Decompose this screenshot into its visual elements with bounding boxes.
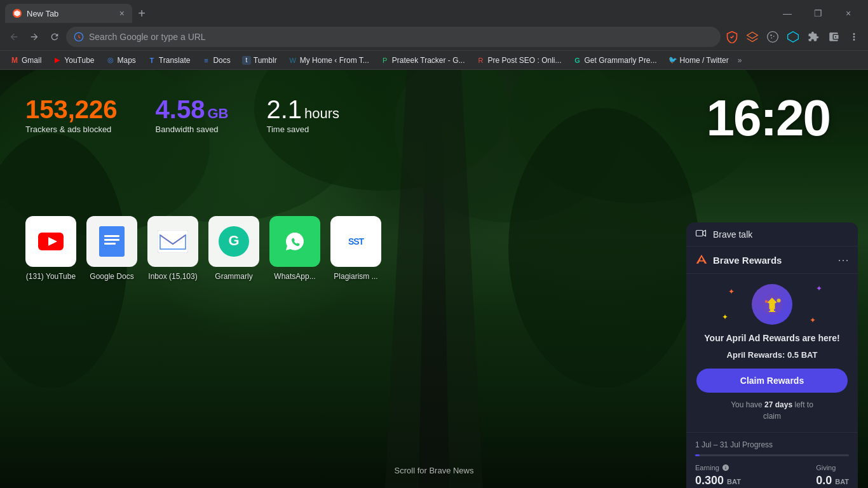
tumblr-icon: t	[242, 56, 251, 65]
bookmark-docs[interactable]: ≡ Docs	[196, 53, 235, 68]
menu-icon	[848, 31, 860, 43]
rewards-menu-button[interactable]: ⋯	[837, 253, 849, 267]
bookmark-grammarly[interactable]: G Get Grammarly Pre...	[568, 53, 662, 68]
youtube-quicklink-label: (131) YouTube	[26, 272, 76, 281]
window-controls: — ❐ ×	[773, 4, 863, 23]
time-value: 2.1 hours	[266, 95, 339, 123]
extensions-button[interactable]	[804, 28, 822, 46]
docs-icon: ≡	[201, 56, 210, 65]
progress-columns: Earning 0.300 BAT Giving 0.0	[695, 464, 849, 487]
bookmarks-bar: M Gmail ▶ YouTube ◎ Maps T Translate ≡ D…	[0, 51, 868, 70]
brave-talk-row[interactable]: Brave talk	[686, 222, 858, 247]
rewards-amount-label: April Rewards:	[727, 350, 787, 360]
svg-rect-18	[104, 235, 119, 237]
quick-link-gmail[interactable]: Inbox (15,103)	[147, 216, 198, 281]
svg-point-5	[771, 37, 773, 38]
bookmark-translate[interactable]: T Translate	[142, 53, 196, 68]
svg-point-3	[770, 34, 772, 36]
giving-column: Giving 0.0 BAT	[816, 464, 849, 487]
prateek-icon: P	[381, 56, 390, 65]
address-text: Search Google or type a URL	[89, 32, 713, 42]
address-bar[interactable]: Search Google or type a URL	[66, 27, 721, 47]
active-tab[interactable]: New Tab ×	[5, 4, 132, 23]
brave-rewards-panel: Brave talk Brave Rewards ⋯ ✦ ✦	[686, 222, 858, 488]
quick-link-docs[interactable]: Google Docs	[86, 216, 137, 281]
giving-value: 0.0	[816, 474, 832, 487]
earning-column: Earning 0.300 BAT	[695, 464, 741, 487]
bookmark-youtube-label: YouTube	[64, 56, 94, 65]
bookmark-twitter[interactable]: 🐦 Home / Twitter	[663, 53, 734, 68]
giving-unit: BAT	[835, 478, 849, 485]
maximize-button[interactable]: ❐	[803, 4, 832, 23]
back-button[interactable]	[5, 28, 23, 46]
rewards-message: Your April Ad Rewards are here!	[696, 332, 848, 345]
sparkle-bottom-left: ✦	[722, 313, 728, 322]
tab-bar: New Tab × + — ❐ ×	[0, 0, 868, 23]
bookmark-myhome[interactable]: W My Home ‹ From T...	[283, 53, 374, 68]
bookmark-twitter-label: Home / Twitter	[680, 56, 729, 65]
brave-extensions-button[interactable]	[784, 28, 802, 46]
svg-point-2	[768, 31, 778, 42]
quick-link-plagiarism[interactable]: SST Plagiarism ...	[330, 216, 381, 281]
bookmark-gmail[interactable]: M Gmail	[5, 53, 46, 68]
bookmark-youtube[interactable]: ▶ YouTube	[48, 53, 99, 68]
cookie-button[interactable]	[764, 28, 782, 46]
bookmark-prateek[interactable]: P Prateek Tracker - G...	[376, 53, 470, 68]
quick-link-youtube[interactable]: (131) YouTube	[25, 216, 76, 281]
bookmark-prepost-label: Pre Post SEO : Onli...	[487, 56, 561, 65]
prepost-icon: R	[476, 56, 485, 65]
earning-value: 0.300	[695, 474, 724, 487]
quick-link-grammarly[interactable]: G Grammarly	[208, 216, 259, 281]
earning-unit: BAT	[727, 478, 741, 485]
grammarly-quicklink-label: Grammarly	[215, 272, 252, 281]
new-tab-button[interactable]: +	[132, 4, 151, 23]
info-icon	[722, 464, 729, 471]
bookmarks-more-button[interactable]: »	[735, 55, 745, 66]
gmail-quicklink-label: Inbox (15,103)	[148, 272, 197, 281]
sparkle-top-left: ✦	[728, 287, 735, 296]
translate-icon: T	[147, 56, 156, 65]
time-stat: 2.1 hours Time saved	[266, 95, 339, 134]
rewards-amount-value: 0.5 BAT	[787, 350, 817, 360]
docs-quicklink-icon	[86, 216, 137, 267]
minimize-button[interactable]: —	[773, 4, 802, 23]
svg-point-4	[773, 36, 775, 37]
rewards-toolbar-icon	[746, 30, 759, 43]
rewards-amount: April Rewards: 0.5 BAT	[696, 350, 848, 360]
giving-label: Giving	[816, 464, 836, 471]
bookmark-maps-label: Maps	[118, 56, 136, 65]
gmail-icon: M	[10, 56, 19, 65]
main-content: 153,226 Trackers & ads blocked 4.58 GB B…	[0, 70, 868, 488]
wallet-button[interactable]	[825, 28, 843, 46]
menu-button[interactable]	[845, 28, 863, 46]
svg-rect-20	[104, 243, 116, 245]
bookmark-grammarly-label: Get Grammarly Pre...	[585, 56, 657, 65]
forward-button[interactable]	[25, 28, 43, 46]
bookmark-prateek-label: Prateek Tracker - G...	[392, 56, 465, 65]
bookmark-tumblr[interactable]: t Tumblr	[237, 53, 282, 68]
tab-close-button[interactable]: ×	[119, 8, 125, 18]
bat-rewards-icon[interactable]	[743, 28, 761, 46]
svg-rect-28	[769, 311, 776, 313]
bookmark-myhome-label: My Home ‹ From T...	[300, 56, 369, 65]
bookmark-docs-label: Docs	[213, 56, 230, 65]
whatsapp-quicklink-icon	[269, 216, 320, 267]
maps-icon: ◎	[106, 56, 115, 65]
progress-dates: 1 Jul – 31 Jul Progress	[695, 440, 849, 449]
earning-label: Earning	[695, 464, 719, 471]
bookmark-maps[interactable]: ◎ Maps	[101, 53, 141, 68]
tab-title: New Tab	[27, 9, 114, 18]
quick-link-whatsapp[interactable]: WhatsApp...	[269, 216, 320, 281]
claim-rewards-button[interactable]: Claim Rewards	[696, 369, 848, 393]
wordpress-icon: W	[288, 56, 297, 65]
progress-bar-container	[695, 454, 849, 456]
brave-shield-icon	[726, 30, 738, 43]
brave-talk-label: Brave talk	[713, 229, 752, 240]
bookmark-prepost[interactable]: R Pre Post SEO : Onli...	[471, 53, 566, 68]
gmail-quicklink-icon	[147, 216, 198, 267]
close-window-button[interactable]: ×	[834, 4, 863, 23]
brave-shield-button[interactable]	[723, 28, 741, 46]
youtube-quicklink-icon	[25, 216, 76, 267]
reload-button[interactable]	[46, 28, 64, 46]
svg-rect-17	[99, 226, 125, 257]
